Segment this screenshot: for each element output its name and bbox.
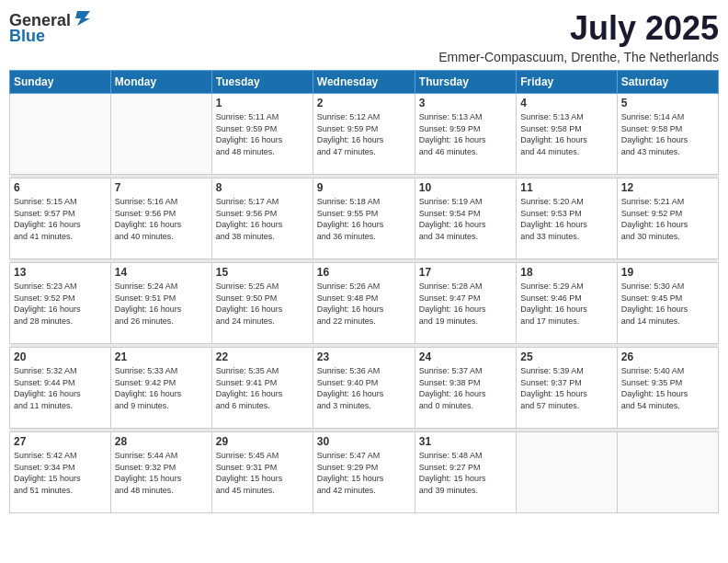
day-info: Sunrise: 5:35 AM Sunset: 9:41 PM Dayligh… xyxy=(216,365,309,411)
calendar-day-cell xyxy=(110,94,211,175)
day-number: 30 xyxy=(317,435,411,448)
day-number: 7 xyxy=(115,181,208,194)
day-info: Sunrise: 5:11 AM Sunset: 9:59 PM Dayligh… xyxy=(216,111,309,157)
day-number: 29 xyxy=(216,435,309,448)
calendar-day-cell: 20Sunrise: 5:32 AM Sunset: 9:44 PM Dayli… xyxy=(10,348,111,429)
calendar-day-cell: 19Sunrise: 5:30 AM Sunset: 9:45 PM Dayli… xyxy=(617,263,718,344)
day-info: Sunrise: 5:39 AM Sunset: 9:37 PM Dayligh… xyxy=(520,365,612,411)
day-number: 17 xyxy=(419,266,512,279)
day-info: Sunrise: 5:28 AM Sunset: 9:47 PM Dayligh… xyxy=(419,281,512,327)
calendar-day-cell: 26Sunrise: 5:40 AM Sunset: 9:35 PM Dayli… xyxy=(617,348,718,429)
calendar-day-cell: 23Sunrise: 5:36 AM Sunset: 9:40 PM Dayli… xyxy=(313,348,415,429)
calendar-day-cell: 6Sunrise: 5:15 AM Sunset: 9:57 PM Daylig… xyxy=(10,178,111,259)
calendar-day-cell: 21Sunrise: 5:33 AM Sunset: 9:42 PM Dayli… xyxy=(110,348,211,429)
day-info: Sunrise: 5:32 AM Sunset: 9:44 PM Dayligh… xyxy=(14,365,107,411)
calendar-day-cell: 31Sunrise: 5:48 AM Sunset: 9:27 PM Dayli… xyxy=(415,432,516,513)
day-number: 16 xyxy=(317,266,411,279)
day-info: Sunrise: 5:40 AM Sunset: 9:35 PM Dayligh… xyxy=(621,365,714,411)
calendar-day-cell: 4Sunrise: 5:13 AM Sunset: 9:58 PM Daylig… xyxy=(517,94,617,175)
day-info: Sunrise: 5:33 AM Sunset: 9:42 PM Dayligh… xyxy=(115,365,208,411)
calendar-day-cell: 28Sunrise: 5:44 AM Sunset: 9:32 PM Dayli… xyxy=(110,432,211,513)
day-info: Sunrise: 5:20 AM Sunset: 9:53 PM Dayligh… xyxy=(520,196,612,242)
logo-icon xyxy=(72,9,92,26)
day-info: Sunrise: 5:42 AM Sunset: 9:34 PM Dayligh… xyxy=(14,450,107,496)
location: Emmer-Compascuum, Drenthe, The Netherlan… xyxy=(438,50,719,64)
calendar-day-cell: 2Sunrise: 5:12 AM Sunset: 9:59 PM Daylig… xyxy=(313,94,415,175)
day-info: Sunrise: 5:15 AM Sunset: 9:57 PM Dayligh… xyxy=(14,196,107,242)
day-number: 2 xyxy=(317,97,411,109)
day-info: Sunrise: 5:17 AM Sunset: 9:56 PM Dayligh… xyxy=(216,196,309,242)
calendar-day-cell: 3Sunrise: 5:13 AM Sunset: 9:59 PM Daylig… xyxy=(415,94,516,175)
header-wednesday: Wednesday xyxy=(313,71,415,94)
calendar-week-row: 20Sunrise: 5:32 AM Sunset: 9:44 PM Dayli… xyxy=(10,348,719,429)
day-info: Sunrise: 5:37 AM Sunset: 9:38 PM Dayligh… xyxy=(419,365,512,411)
header-friday: Friday xyxy=(517,71,617,94)
day-number: 4 xyxy=(520,97,612,109)
calendar-day-cell: 17Sunrise: 5:28 AM Sunset: 9:47 PM Dayli… xyxy=(415,263,516,344)
calendar-day-cell: 15Sunrise: 5:25 AM Sunset: 9:50 PM Dayli… xyxy=(211,263,313,344)
day-info: Sunrise: 5:12 AM Sunset: 9:59 PM Dayligh… xyxy=(317,111,411,157)
day-number: 28 xyxy=(115,435,208,448)
day-info: Sunrise: 5:29 AM Sunset: 9:46 PM Dayligh… xyxy=(520,281,612,327)
day-info: Sunrise: 5:13 AM Sunset: 9:58 PM Dayligh… xyxy=(520,111,612,157)
calendar-week-row: 6Sunrise: 5:15 AM Sunset: 9:57 PM Daylig… xyxy=(10,178,719,259)
svg-marker-0 xyxy=(75,11,90,26)
day-number: 26 xyxy=(621,350,714,363)
day-info: Sunrise: 5:25 AM Sunset: 9:50 PM Dayligh… xyxy=(216,281,309,327)
logo: General Blue xyxy=(9,9,93,46)
calendar-day-cell: 10Sunrise: 5:19 AM Sunset: 9:54 PM Dayli… xyxy=(415,178,516,259)
day-number: 20 xyxy=(14,350,107,363)
title-area: July 2025 Emmer-Compascuum, Drenthe, The… xyxy=(438,9,719,64)
day-info: Sunrise: 5:23 AM Sunset: 9:52 PM Dayligh… xyxy=(14,281,107,327)
day-info: Sunrise: 5:36 AM Sunset: 9:40 PM Dayligh… xyxy=(317,365,411,411)
day-number: 11 xyxy=(520,181,612,194)
day-number: 18 xyxy=(520,266,612,279)
calendar-day-cell: 9Sunrise: 5:18 AM Sunset: 9:55 PM Daylig… xyxy=(313,178,415,259)
calendar-day-cell: 18Sunrise: 5:29 AM Sunset: 9:46 PM Dayli… xyxy=(517,263,617,344)
header-monday: Monday xyxy=(110,71,211,94)
day-number: 10 xyxy=(419,181,512,194)
calendar-day-cell: 13Sunrise: 5:23 AM Sunset: 9:52 PM Dayli… xyxy=(10,263,111,344)
calendar-day-cell: 11Sunrise: 5:20 AM Sunset: 9:53 PM Dayli… xyxy=(517,178,617,259)
page: { "logo": { "general": "General", "blue"… xyxy=(0,0,728,563)
header-thursday: Thursday xyxy=(415,71,516,94)
day-number: 13 xyxy=(14,266,107,279)
day-number: 5 xyxy=(621,97,714,109)
day-number: 19 xyxy=(621,266,714,279)
day-number: 9 xyxy=(317,181,411,194)
calendar-day-cell: 29Sunrise: 5:45 AM Sunset: 9:31 PM Dayli… xyxy=(211,432,313,513)
day-info: Sunrise: 5:45 AM Sunset: 9:31 PM Dayligh… xyxy=(216,450,309,496)
day-number: 27 xyxy=(14,435,107,448)
calendar-day-cell: 16Sunrise: 5:26 AM Sunset: 9:48 PM Dayli… xyxy=(313,263,415,344)
calendar-day-cell: 5Sunrise: 5:14 AM Sunset: 9:58 PM Daylig… xyxy=(617,94,718,175)
calendar-day-cell: 27Sunrise: 5:42 AM Sunset: 9:34 PM Dayli… xyxy=(10,432,111,513)
day-number: 14 xyxy=(115,266,208,279)
calendar-day-cell: 30Sunrise: 5:47 AM Sunset: 9:29 PM Dayli… xyxy=(313,432,415,513)
day-info: Sunrise: 5:44 AM Sunset: 9:32 PM Dayligh… xyxy=(115,450,208,496)
day-info: Sunrise: 5:30 AM Sunset: 9:45 PM Dayligh… xyxy=(621,281,714,327)
logo-blue-text: Blue xyxy=(9,27,45,46)
calendar-day-cell: 25Sunrise: 5:39 AM Sunset: 9:37 PM Dayli… xyxy=(517,348,617,429)
calendar-day-cell: 7Sunrise: 5:16 AM Sunset: 9:56 PM Daylig… xyxy=(110,178,211,259)
calendar-week-row: 13Sunrise: 5:23 AM Sunset: 9:52 PM Dayli… xyxy=(10,263,719,344)
day-info: Sunrise: 5:18 AM Sunset: 9:55 PM Dayligh… xyxy=(317,196,411,242)
day-number: 1 xyxy=(216,97,309,109)
calendar-day-cell xyxy=(617,432,718,513)
header-sunday: Sunday xyxy=(10,71,111,94)
day-info: Sunrise: 5:13 AM Sunset: 9:59 PM Dayligh… xyxy=(419,111,512,157)
day-number: 21 xyxy=(115,350,208,363)
calendar-day-cell: 22Sunrise: 5:35 AM Sunset: 9:41 PM Dayli… xyxy=(211,348,313,429)
day-info: Sunrise: 5:16 AM Sunset: 9:56 PM Dayligh… xyxy=(115,196,208,242)
day-number: 24 xyxy=(419,350,512,363)
day-number: 25 xyxy=(520,350,612,363)
header-tuesday: Tuesday xyxy=(211,71,313,94)
day-info: Sunrise: 5:26 AM Sunset: 9:48 PM Dayligh… xyxy=(317,281,411,327)
calendar-header-row: Sunday Monday Tuesday Wednesday Thursday… xyxy=(10,71,719,94)
month-title: July 2025 xyxy=(438,9,719,48)
day-info: Sunrise: 5:19 AM Sunset: 9:54 PM Dayligh… xyxy=(419,196,512,242)
calendar-week-row: 27Sunrise: 5:42 AM Sunset: 9:34 PM Dayli… xyxy=(10,432,719,513)
calendar-week-row: 1Sunrise: 5:11 AM Sunset: 9:59 PM Daylig… xyxy=(10,94,719,175)
day-number: 12 xyxy=(621,181,714,194)
day-number: 8 xyxy=(216,181,309,194)
calendar-day-cell: 8Sunrise: 5:17 AM Sunset: 9:56 PM Daylig… xyxy=(211,178,313,259)
